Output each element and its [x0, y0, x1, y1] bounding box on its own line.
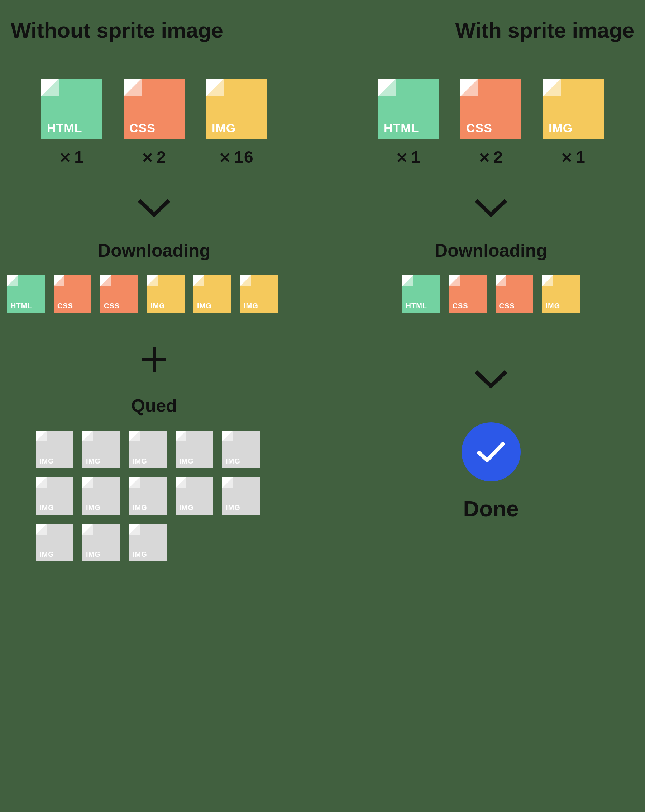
file-type-label: HTML [11, 302, 32, 310]
queued-file-icon: IMG [129, 430, 167, 468]
css-file-icon: CSS [449, 275, 486, 313]
file-type-label: IMG [133, 550, 147, 559]
chevron-down-icon [475, 199, 507, 219]
file-count: ✕2 [142, 147, 167, 167]
without-sprite-column: Without sprite image HTML ✕1 CSS ✕2 [7, 18, 301, 576]
file-type-label: IMG [86, 550, 101, 559]
file-summary-row: HTML ✕1 CSS ✕2 IMG ✕16 [7, 78, 301, 167]
file-type-label: CSS [499, 302, 515, 310]
img-file-icon: IMG [542, 275, 580, 313]
file-summary-row: HTML ✕1 CSS ✕2 IMG ✕1 [344, 78, 638, 167]
img-file-icon: IMG [194, 275, 231, 313]
file-type-label: IMG [226, 457, 241, 466]
img-file-icon: IMG [147, 275, 185, 313]
column-title-right: With sprite image [455, 18, 638, 43]
sprite-comparison-diagram: Without sprite image HTML ✕1 CSS ✕2 [7, 18, 638, 576]
file-type-label: IMG [133, 457, 147, 466]
html-file-icon: HTML [403, 275, 440, 313]
file-block-html: HTML ✕1 [378, 78, 439, 167]
downloading-label: Downloading [98, 240, 210, 261]
html-file-icon: HTML [378, 78, 439, 139]
file-count: ✕1 [396, 147, 421, 167]
downloading-grid-left: HTMLCSSCSSIMGIMGIMG [7, 275, 301, 313]
queued-file-icon: IMG [222, 430, 260, 468]
file-type-label: HTML [47, 121, 82, 135]
file-type-label: HTML [406, 302, 427, 310]
file-count: ✕16 [219, 147, 254, 167]
img-file-icon: IMG [206, 78, 267, 139]
plus-icon [140, 345, 168, 374]
file-type-label: IMG [212, 121, 236, 135]
queued-file-icon: IMG [175, 430, 213, 468]
chevron-down-icon [138, 199, 170, 219]
file-type-label: CSS [57, 302, 73, 310]
queued-grid: IMGIMGIMGIMGIMGIMGIMGIMGIMGIMGIMGIMGIMG [36, 430, 272, 562]
chevron-down-icon [475, 370, 507, 390]
queued-file-icon: IMG [222, 477, 260, 515]
queued-file-icon: IMG [82, 524, 120, 562]
file-type-label: IMG [179, 457, 194, 466]
file-type-label: IMG [179, 504, 194, 512]
checkmark-icon [462, 422, 521, 481]
queued-file-icon: IMG [129, 524, 167, 562]
file-type-label: IMG [151, 302, 165, 310]
img-file-icon: IMG [240, 275, 278, 313]
css-file-icon: CSS [460, 78, 521, 139]
file-block-css: CSS ✕2 [124, 78, 185, 167]
file-type-label: CSS [453, 302, 468, 310]
file-type-label: IMG [40, 504, 54, 512]
file-type-label: IMG [197, 302, 212, 310]
html-file-icon: HTML [7, 275, 45, 313]
css-file-icon: CSS [100, 275, 138, 313]
done-label: Done [464, 496, 519, 521]
queued-label: Qued [131, 395, 177, 416]
file-type-label: IMG [40, 457, 54, 466]
queued-file-icon: IMG [36, 477, 73, 515]
file-type-label: IMG [86, 504, 101, 512]
with-sprite-column: With sprite image HTML ✕1 CSS ✕2 IM [344, 18, 638, 576]
file-block-img: IMG ✕1 [543, 78, 604, 167]
downloading-label: Downloading [435, 240, 547, 261]
file-type-label: IMG [40, 550, 54, 559]
file-count: ✕2 [478, 147, 503, 167]
downloading-grid-right: HTMLCSSCSSIMG [390, 275, 591, 313]
file-type-label: CSS [130, 121, 156, 135]
file-type-label: IMG [86, 457, 101, 466]
file-block-css: CSS ✕2 [460, 78, 521, 167]
file-block-img: IMG ✕16 [206, 78, 267, 167]
column-title-left: Without sprite image [7, 18, 223, 43]
file-type-label: IMG [546, 302, 560, 310]
file-type-label: HTML [384, 121, 419, 135]
queued-file-icon: IMG [129, 477, 167, 515]
file-block-html: HTML ✕1 [41, 78, 102, 167]
file-type-label: IMG [244, 302, 258, 310]
css-file-icon: CSS [54, 275, 91, 313]
queued-file-icon: IMG [36, 524, 73, 562]
file-type-label: IMG [549, 121, 573, 135]
queued-file-icon: IMG [36, 430, 73, 468]
css-file-icon: CSS [124, 78, 185, 139]
file-count: ✕1 [59, 147, 84, 167]
queued-file-icon: IMG [175, 477, 213, 515]
file-count: ✕1 [561, 147, 586, 167]
queued-file-icon: IMG [82, 477, 120, 515]
file-type-label: IMG [226, 504, 241, 512]
file-type-label: CSS [104, 302, 120, 310]
file-type-label: CSS [466, 121, 493, 135]
file-type-label: IMG [133, 504, 147, 512]
queued-file-icon: IMG [82, 430, 120, 468]
css-file-icon: CSS [496, 275, 533, 313]
img-file-icon: IMG [543, 78, 604, 139]
html-file-icon: HTML [41, 78, 102, 139]
